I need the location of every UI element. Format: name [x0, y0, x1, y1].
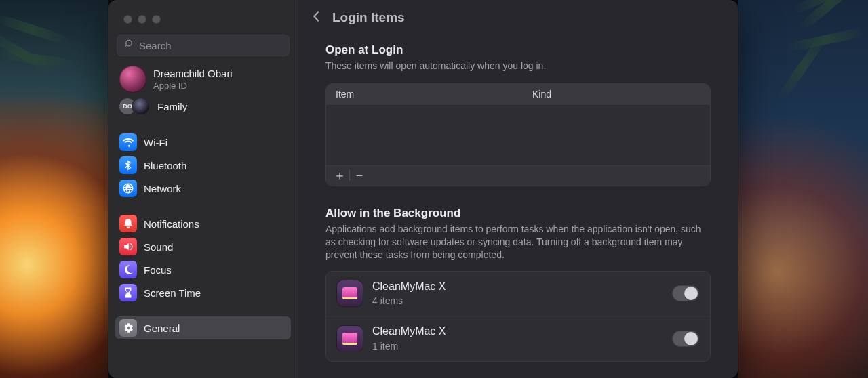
- sidebar-item-label: General: [144, 322, 180, 334]
- search-input[interactable]: [139, 40, 283, 51]
- sidebar-item-label: Family: [157, 101, 187, 112]
- notifications-icon: [119, 215, 137, 232]
- sidebar-item-family[interactable]: DO Family: [115, 94, 291, 119]
- family-avatars: DO: [119, 98, 149, 114]
- sidebar-item-label: Network: [144, 183, 181, 194]
- avatar: [119, 66, 146, 93]
- sidebar-item-apple-id[interactable]: Dreamchild Obari Apple ID: [115, 64, 291, 94]
- sidebar-item-bluetooth[interactable]: Bluetooth: [115, 154, 291, 177]
- focus-icon: [119, 261, 137, 278]
- plus-icon: ＋: [334, 167, 346, 184]
- sidebar-item-label: Focus: [144, 264, 172, 276]
- open-at-login-title: Open at Login: [326, 43, 711, 57]
- sidebar-item-sound[interactable]: Sound: [115, 235, 291, 258]
- account-sub: Apple ID: [153, 81, 233, 91]
- screentime-icon: [119, 284, 137, 301]
- sound-icon: [119, 238, 137, 255]
- window-controls: [108, 0, 298, 33]
- sidebar-item-label: Bluetooth: [144, 160, 186, 171]
- background-item-sub: 1 item: [372, 340, 446, 352]
- minus-icon: −: [356, 169, 363, 183]
- background-item-name: CleanMyMac X: [372, 280, 446, 294]
- search-field[interactable]: [117, 35, 290, 56]
- sidebar-item-network[interactable]: Network: [115, 177, 291, 200]
- sidebar-item-label: Notifications: [144, 218, 199, 230]
- background-items-list: CleanMyMac X 4 items CleanMyMac X 1 item: [326, 271, 711, 362]
- background-item-name: CleanMyMac X: [372, 324, 446, 339]
- sidebar: Dreamchild Obari Apple ID DO Family Wi-F…: [108, 0, 298, 378]
- family-avatar: [133, 98, 149, 114]
- sidebar-item-wifi[interactable]: Wi-Fi: [115, 131, 291, 154]
- app-icon: [337, 326, 363, 352]
- column-header-item[interactable]: Item: [326, 89, 530, 100]
- app-icon: [337, 280, 363, 306]
- add-button[interactable]: ＋: [332, 167, 348, 184]
- table-header: Item Kind: [326, 84, 710, 106]
- background-title: Allow in the Background: [326, 207, 711, 220]
- sidebar-item-label: Wi-Fi: [144, 137, 167, 148]
- back-button[interactable]: [302, 3, 331, 32]
- background-item-row: CleanMyMac X 4 items: [326, 272, 710, 316]
- account-name: Dreamchild Obari: [153, 68, 233, 80]
- search-icon: [123, 39, 134, 52]
- page-title: Login Items: [332, 10, 405, 25]
- wifi-icon: [119, 133, 137, 151]
- background-item-sub: 4 items: [372, 295, 446, 307]
- background-desc: Applications add background items to per…: [326, 223, 705, 261]
- settings-pane: Login Items Open at Login These items wi…: [298, 0, 738, 378]
- network-icon: [119, 180, 137, 197]
- pane-header: Login Items: [298, 0, 738, 35]
- zoom-window-button[interactable]: [152, 15, 161, 24]
- separator: [349, 170, 350, 181]
- open-at-login-desc: These items will open automatically when…: [326, 60, 705, 72]
- general-icon: [119, 319, 137, 337]
- remove-button[interactable]: −: [351, 167, 368, 184]
- system-settings-window: Dreamchild Obari Apple ID DO Family Wi-F…: [108, 0, 738, 378]
- chevron-left-icon: [311, 9, 322, 26]
- allow-toggle[interactable]: [672, 285, 699, 301]
- sidebar-item-screentime[interactable]: Screen Time: [115, 281, 291, 304]
- sidebar-item-focus[interactable]: Focus: [115, 258, 291, 281]
- bluetooth-icon: [119, 156, 137, 174]
- allow-toggle[interactable]: [672, 331, 699, 347]
- sidebar-item-label: Sound: [144, 241, 173, 253]
- sidebar-item-general[interactable]: General: [115, 316, 291, 339]
- login-items-footer: ＋ −: [326, 165, 710, 186]
- minimize-window-button[interactable]: [138, 15, 146, 24]
- close-window-button[interactable]: [123, 15, 132, 24]
- sidebar-item-label: Screen Time: [144, 287, 201, 299]
- background-item-row: CleanMyMac X 1 item: [326, 316, 710, 361]
- login-items-table: Item Kind ＋ −: [326, 83, 711, 186]
- column-header-kind[interactable]: Kind: [530, 89, 551, 100]
- sidebar-item-notifications[interactable]: Notifications: [115, 212, 291, 235]
- login-items-body: [326, 106, 710, 165]
